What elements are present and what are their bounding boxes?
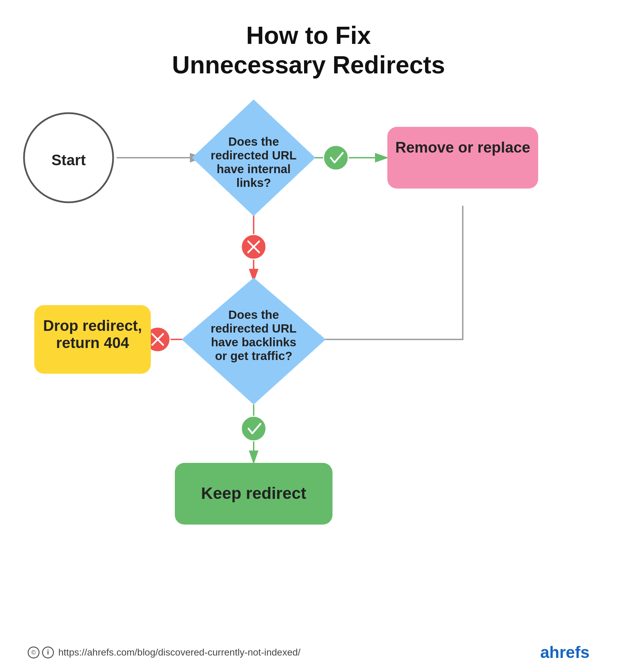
footer-url: https://ahrefs.com/blog/discovered-curre… xyxy=(58,647,301,658)
footer-left: © i https://ahrefs.com/blog/discovered-c… xyxy=(27,646,301,659)
svg-text:have internal: have internal xyxy=(217,162,291,176)
svg-text:Does the: Does the xyxy=(228,135,279,148)
svg-text:Drop redirect,: Drop redirect, xyxy=(43,317,142,334)
svg-text:i: i xyxy=(47,648,49,656)
svg-text:return 404: return 404 xyxy=(56,334,129,351)
svg-text:Does the: Does the xyxy=(228,308,279,321)
svg-text:or get traffic?: or get traffic? xyxy=(215,349,292,362)
footer-icons: © i xyxy=(27,646,54,659)
svg-text:Start: Start xyxy=(51,152,86,168)
main-container: How to Fix Unnecessary Redirects xyxy=(0,0,617,672)
svg-point-30 xyxy=(241,416,266,441)
svg-text:redirected URL: redirected URL xyxy=(211,322,297,335)
cc-icon: © xyxy=(27,646,40,659)
ahrefs-logo: ahrefs xyxy=(540,643,590,662)
svg-text:redirected URL: redirected URL xyxy=(211,148,297,162)
page-title: How to Fix Unnecessary Redirects xyxy=(0,0,617,80)
info-icon: i xyxy=(42,646,54,659)
svg-text:links?: links? xyxy=(236,176,271,189)
svg-text:Remove or replace: Remove or replace xyxy=(395,139,530,156)
footer: © i https://ahrefs.com/blog/discovered-c… xyxy=(0,643,617,662)
svg-text:Keep redirect: Keep redirect xyxy=(201,484,306,502)
svg-text:have backlinks: have backlinks xyxy=(211,335,296,349)
svg-text:©: © xyxy=(31,649,36,656)
diagram-area: Start Does the redirected URL have inter… xyxy=(0,79,617,627)
svg-rect-20 xyxy=(387,127,538,189)
svg-point-16 xyxy=(324,145,348,170)
